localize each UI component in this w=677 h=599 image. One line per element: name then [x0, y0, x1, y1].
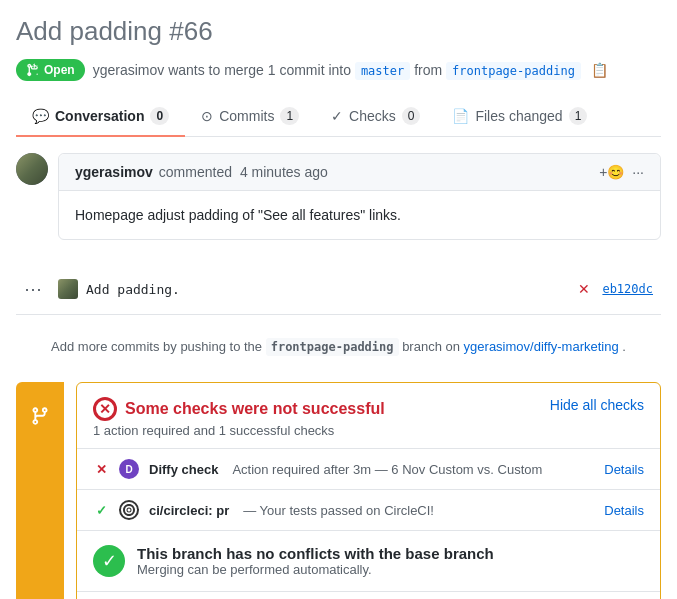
checks-count: 0 — [402, 107, 421, 125]
checks-subtitle: 1 action required and 1 successful check… — [93, 423, 385, 438]
comment-header: ygerasimov commented 4 minutes ago +😊 ··… — [59, 154, 660, 191]
commit-message: Add padding. — [86, 282, 570, 297]
head-branch-tag[interactable]: frontpage-padding — [446, 62, 581, 80]
circleci-details-link[interactable]: Details — [604, 503, 644, 518]
tab-files-changed[interactable]: 📄 Files changed 1 — [436, 97, 603, 137]
merge-green-check-icon: ✓ — [93, 545, 125, 577]
more-options-button[interactable]: ··· — [632, 164, 644, 180]
comment-author[interactable]: ygerasimov — [75, 164, 153, 180]
checks-icon: ✓ — [331, 108, 343, 124]
hide-checks-link[interactable]: Hide all checks — [550, 397, 644, 413]
pr-title: Add padding #66 — [16, 16, 661, 47]
merge-status-subtitle: Merging can be performed automatically. — [137, 562, 494, 577]
conversation-icon: 💬 — [32, 108, 49, 124]
pr-number: #66 — [169, 16, 212, 46]
merge-status-title: This branch has no conflicts with the ba… — [137, 545, 494, 562]
checks-header: ✕ Some checks were not successful 1 acti… — [77, 383, 660, 448]
comment-box: ygerasimov commented 4 minutes ago +😊 ··… — [58, 153, 661, 240]
comment-meta: commented 4 minutes ago — [159, 164, 328, 180]
comment-container: ygerasimov commented 4 minutes ago +😊 ··… — [16, 153, 661, 256]
files-icon: 📄 — [452, 108, 469, 124]
commit-hash-link[interactable]: eb120dc — [602, 282, 653, 296]
repo-link[interactable]: ygerasimov/diffy-marketing — [464, 339, 619, 354]
branch-info: Add more commits by pushing to the front… — [16, 327, 661, 366]
tabs-bar: 💬 Conversation 0 ⊙ Commits 1 ✓ Checks 0 … — [16, 97, 661, 137]
emoji-reaction-button[interactable]: +😊 — [599, 164, 624, 180]
circleci-logo — [119, 500, 139, 520]
diffy-check-name: Diffy check — [149, 462, 218, 477]
circleci-status-check-icon: ✓ — [93, 503, 109, 518]
tab-conversation[interactable]: 💬 Conversation 0 — [16, 97, 185, 137]
pr-meta: Open ygerasimov wants to merge 1 commit … — [16, 59, 661, 81]
diffy-check-desc: Action required after 3m — 6 Nov Custom … — [232, 462, 542, 477]
check-item-circleci: ✓ ci/circleci: pr — Your tests passed on… — [77, 489, 660, 530]
circleci-check-desc: — Your tests passed on CircleCI! — [243, 503, 434, 518]
diffy-details-link[interactable]: Details — [604, 462, 644, 477]
commit-avatar — [58, 279, 78, 299]
commit-branch-icon: ⋯ — [24, 278, 42, 300]
pr-icon — [26, 63, 40, 77]
checks-panel: ✕ Some checks were not successful 1 acti… — [76, 382, 661, 599]
avatar — [16, 153, 48, 185]
commit-status-x: ✕ — [578, 281, 590, 297]
tab-commits[interactable]: ⊙ Commits 1 — [185, 97, 315, 137]
commits-icon: ⊙ — [201, 108, 213, 124]
branch-name: frontpage-padding — [266, 338, 399, 356]
conversation-count: 0 — [150, 107, 169, 125]
merge-status-section: ✓ This branch has no conflicts with the … — [77, 530, 660, 591]
pr-meta-description: ygerasimov wants to merge 1 commit into … — [93, 62, 608, 78]
diffy-status-x-icon: ✕ — [93, 462, 109, 477]
check-item-diffy: ✕ D Diffy check Action required after 3m… — [77, 448, 660, 489]
checks-wrapper: ✕ Some checks were not successful 1 acti… — [16, 382, 661, 599]
comment-body: Homepage adjust padding of "See all feat… — [59, 191, 660, 239]
merge-actions-section: Merge pull request ▾ You can also open t… — [77, 591, 660, 599]
git-branch-icon — [26, 402, 54, 430]
base-branch-tag[interactable]: master — [355, 62, 410, 80]
checks-sidebar — [16, 382, 64, 599]
circleci-check-name: ci/circleci: pr — [149, 503, 229, 518]
files-count: 1 — [569, 107, 588, 125]
diffy-logo: D — [119, 459, 139, 479]
open-badge: Open — [16, 59, 85, 81]
checks-title-text: Some checks were not successful — [125, 400, 385, 418]
red-circle-icon: ✕ — [93, 397, 117, 421]
tab-checks[interactable]: ✓ Checks 0 — [315, 97, 436, 137]
commit-row: ⋯ Add padding. ✕ eb120dc — [16, 272, 661, 306]
pr-title-text: Add padding — [16, 16, 162, 46]
commits-count: 1 — [280, 107, 299, 125]
